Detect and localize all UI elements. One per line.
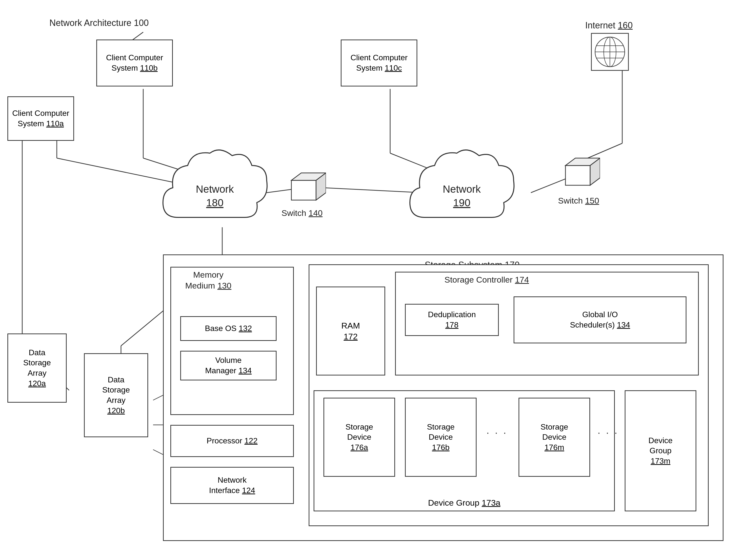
storage-device-176a-box: StorageDevice176a xyxy=(323,398,395,477)
ram-172-box: RAM172 xyxy=(316,287,385,375)
internet-globe-icon xyxy=(590,32,630,72)
svg-text:180: 180 xyxy=(206,197,223,208)
svg-text:Network: Network xyxy=(443,183,481,195)
internet-label: Internet 160 xyxy=(585,20,633,31)
client-110c-box: Client ComputerSystem 110c xyxy=(341,40,417,87)
memory-medium-label: MemoryMedium 130 xyxy=(185,269,231,291)
client-110a-box: Client ComputerSystem 110a xyxy=(7,96,74,141)
svg-text:Network: Network xyxy=(196,183,234,195)
switch-140-icon xyxy=(284,168,326,207)
storage-device-176b-box: StorageDevice176b xyxy=(405,398,477,477)
svg-text:190: 190 xyxy=(453,197,470,208)
dots-176b-176m: . . . xyxy=(486,425,508,436)
processor-122-box: Processor 122 xyxy=(170,425,294,457)
data-storage-120b-box: DataStorageArray120b xyxy=(84,353,148,437)
switch-150-label: Switch 150 xyxy=(558,195,599,206)
deduplication-178-box: Deduplication178 xyxy=(405,304,499,336)
storage-controller-label: Storage Controller 174 xyxy=(444,274,529,285)
switch-150-icon xyxy=(558,153,600,193)
dots-after-176m: . . . xyxy=(597,425,619,436)
switch-140-label: Switch 140 xyxy=(281,207,322,218)
data-storage-120a-box: DataStorageArray120a xyxy=(7,334,67,403)
diagram: Network Architecture 100 Client Computer… xyxy=(0,0,742,560)
network-interface-124-box: NetworkInterface 124 xyxy=(170,467,294,504)
base-os-132-box: Base OS 132 xyxy=(180,316,276,341)
svg-marker-35 xyxy=(292,180,316,200)
storage-device-176m-box: StorageDevice176m xyxy=(519,398,590,477)
network-190-cloud: Network 190 xyxy=(400,143,524,237)
network-180-cloud: Network 180 xyxy=(153,143,276,237)
client-110b-box: Client ComputerSystem 110b xyxy=(96,40,173,87)
volume-manager-134-box: VolumeManager 134 xyxy=(180,351,276,380)
device-group-173m-box: DeviceGroup173m xyxy=(625,390,696,511)
svg-marker-38 xyxy=(566,165,590,185)
network-arch-label: Network Architecture 100 xyxy=(49,17,149,29)
global-io-134-box: Global I/OScheduler(s) 134 xyxy=(514,296,686,343)
